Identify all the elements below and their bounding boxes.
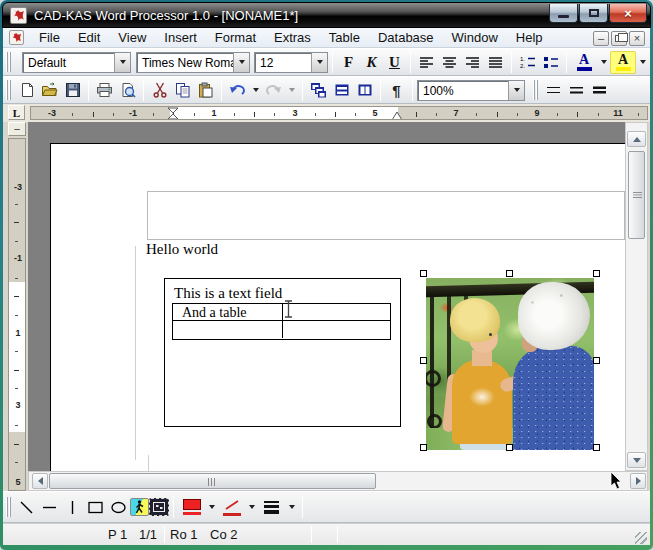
highlight-color-dropdown[interactable] bbox=[636, 51, 649, 74]
toolbar-drag-handle[interactable] bbox=[6, 497, 11, 517]
align-justify-button[interactable] bbox=[484, 51, 507, 74]
copy-button[interactable] bbox=[171, 79, 194, 102]
tab-stop-selector[interactable]: L bbox=[8, 105, 25, 120]
table-cell[interactable] bbox=[283, 321, 391, 338]
arrange-objects-button[interactable] bbox=[307, 79, 330, 102]
fill-color-dropdown[interactable] bbox=[205, 496, 218, 519]
print-preview-button[interactable] bbox=[116, 79, 139, 102]
font-color-dropdown[interactable] bbox=[597, 51, 610, 74]
page-canvas[interactable]: Hello world This is a text field And a t… bbox=[28, 122, 625, 471]
selection-handle-nw[interactable] bbox=[420, 270, 427, 277]
font-combo[interactable]: Times New Roman bbox=[136, 52, 250, 73]
line-color-button[interactable] bbox=[218, 495, 245, 519]
highlight-color-button[interactable]: A bbox=[610, 51, 636, 74]
ruler-corner-button[interactable]: – bbox=[8, 122, 26, 136]
cut-button[interactable] bbox=[148, 79, 171, 102]
vertical-scroll-thumb[interactable] bbox=[628, 151, 645, 239]
close-button[interactable]: × bbox=[609, 4, 647, 23]
undo-button[interactable] bbox=[226, 79, 249, 102]
horizontal-scroll-thumb[interactable] bbox=[49, 473, 376, 489]
menu-edit[interactable]: Edit bbox=[69, 28, 109, 47]
maximize-button[interactable] bbox=[579, 4, 608, 23]
zoom-combo[interactable]: 100% bbox=[417, 80, 525, 101]
split-horizontal-button[interactable] bbox=[330, 79, 353, 102]
right-indent-marker[interactable] bbox=[391, 111, 403, 120]
undo-dropdown[interactable] bbox=[249, 79, 262, 102]
text-field-frame[interactable]: This is a text field And a table bbox=[164, 278, 401, 427]
line-style-medium-button[interactable] bbox=[565, 79, 588, 102]
align-right-button[interactable] bbox=[461, 51, 484, 74]
resize-grip[interactable] bbox=[635, 532, 647, 544]
underline-button[interactable]: U bbox=[383, 51, 406, 74]
line-color-dropdown[interactable] bbox=[245, 496, 258, 519]
line-style-thick-button[interactable] bbox=[588, 79, 611, 102]
font-size-combo[interactable]: 12 bbox=[254, 52, 328, 73]
menu-file[interactable]: File bbox=[30, 28, 69, 47]
selection-handle-se[interactable] bbox=[593, 444, 600, 451]
style-combo[interactable]: Default bbox=[22, 52, 131, 73]
selection-handle-s[interactable] bbox=[506, 444, 513, 451]
table-cell[interactable] bbox=[283, 304, 391, 320]
fill-color-button[interactable] bbox=[178, 495, 205, 519]
menu-database[interactable]: Database bbox=[369, 28, 443, 47]
line-style-single-button[interactable] bbox=[542, 79, 565, 102]
scroll-right-button[interactable] bbox=[630, 473, 646, 489]
menu-window[interactable]: Window bbox=[443, 28, 507, 47]
open-button[interactable] bbox=[38, 79, 61, 102]
draw-hline-button[interactable] bbox=[38, 496, 61, 519]
mdi-minimize-button[interactable]: – bbox=[593, 31, 609, 46]
menu-help[interactable]: Help bbox=[507, 28, 552, 47]
selection-handle-ne[interactable] bbox=[593, 270, 600, 277]
menu-view[interactable]: View bbox=[109, 28, 155, 47]
menu-table[interactable]: Table bbox=[320, 28, 369, 47]
toolbar-drag-handle[interactable] bbox=[533, 80, 538, 100]
paste-button[interactable] bbox=[194, 79, 217, 102]
line-width-dropdown[interactable] bbox=[285, 496, 298, 519]
align-left-button[interactable] bbox=[415, 51, 438, 74]
insert-image-frame-button[interactable] bbox=[149, 498, 169, 516]
draw-vline-button[interactable] bbox=[61, 496, 84, 519]
toolbar-drag-handle[interactable] bbox=[6, 80, 11, 100]
save-button[interactable] bbox=[61, 79, 84, 102]
line-width-button[interactable] bbox=[258, 495, 285, 519]
numbered-list-button[interactable]: 1.2. bbox=[516, 51, 539, 74]
toolbar-drag-handle[interactable] bbox=[6, 52, 11, 72]
draw-ellipse-button[interactable] bbox=[107, 496, 130, 519]
new-document-button[interactable] bbox=[15, 79, 38, 102]
selection-handle-e[interactable] bbox=[593, 357, 600, 364]
vertical-ruler[interactable]: -3 -1 1 3 5 bbox=[8, 138, 26, 491]
redo-dropdown[interactable] bbox=[285, 79, 298, 102]
selection-handle-w[interactable] bbox=[420, 357, 427, 364]
selection-handle-n[interactable] bbox=[506, 270, 513, 277]
split-vertical-button[interactable] bbox=[353, 79, 376, 102]
menu-insert[interactable]: Insert bbox=[155, 28, 206, 47]
table-cell[interactable] bbox=[173, 321, 283, 338]
scroll-down-button[interactable] bbox=[627, 452, 646, 468]
horizontal-scrollbar[interactable] bbox=[28, 471, 648, 491]
font-combo-arrow[interactable] bbox=[233, 53, 249, 72]
mdi-close-button[interactable]: × bbox=[629, 31, 645, 46]
draw-line-button[interactable] bbox=[15, 496, 38, 519]
style-combo-arrow[interactable] bbox=[114, 53, 130, 72]
selection-handle-sw[interactable] bbox=[420, 444, 427, 451]
font-color-button[interactable]: A bbox=[571, 51, 597, 74]
show-formatting-marks-button[interactable]: ¶ bbox=[385, 79, 408, 102]
italic-button[interactable]: K bbox=[360, 51, 383, 74]
font-size-combo-arrow[interactable] bbox=[311, 53, 327, 72]
table-cell[interactable]: And a table bbox=[173, 304, 283, 320]
bold-button[interactable]: F bbox=[337, 51, 360, 74]
draw-rectangle-button[interactable] bbox=[84, 496, 107, 519]
mdi-restore-button[interactable] bbox=[611, 31, 627, 46]
document-table[interactable]: And a table bbox=[172, 303, 391, 340]
redo-button[interactable] bbox=[262, 79, 285, 102]
bullet-list-button[interactable] bbox=[539, 51, 562, 74]
print-button[interactable] bbox=[93, 79, 116, 102]
text-field-line[interactable]: This is a text field bbox=[174, 285, 282, 302]
indent-marker[interactable] bbox=[167, 107, 179, 120]
horizontal-ruler[interactable]: -3 -1 1 3 5 7 9 11 bbox=[30, 106, 648, 120]
paragraph-text[interactable]: Hello world bbox=[146, 241, 218, 258]
zoom-combo-arrow[interactable] bbox=[508, 81, 524, 100]
menu-format[interactable]: Format bbox=[206, 28, 265, 47]
scroll-up-button[interactable] bbox=[627, 131, 646, 147]
minimize-button[interactable] bbox=[549, 4, 578, 23]
